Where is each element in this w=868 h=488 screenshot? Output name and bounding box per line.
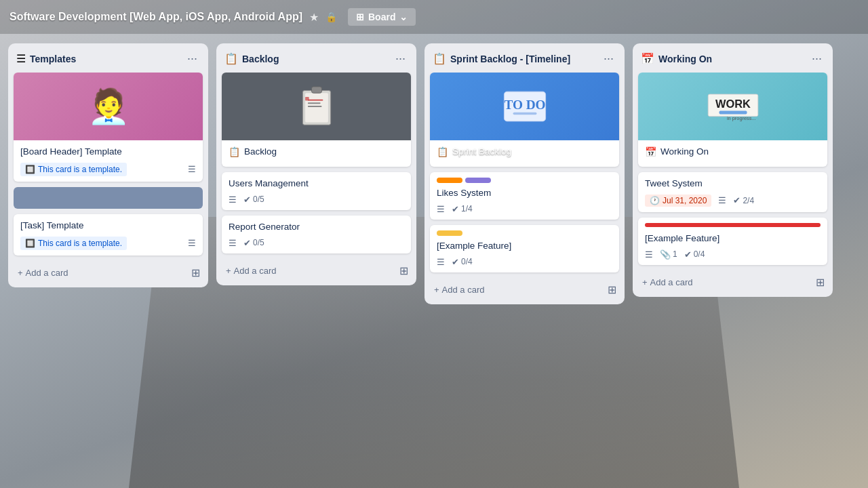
- column-working-menu-button[interactable]: ···: [809, 50, 825, 67]
- card-template-icon-backlog[interactable]: ⊞: [397, 263, 411, 279]
- column-backlog-menu-button[interactable]: ···: [393, 50, 408, 67]
- star-icon[interactable]: ★: [309, 11, 319, 24]
- checklist-count-likes: 1/4: [461, 204, 473, 214]
- todo-illustration: TO DO: [501, 86, 549, 127]
- attachment-icon-example-working: 📎: [660, 249, 671, 260]
- desc-icon-report: ☰: [229, 238, 237, 248]
- column-header-backlog: 📋 Backlog ···: [216, 43, 416, 73]
- column-backlog-body: 📋 Backlog Users Management ☰ ✔ 0/5: [216, 73, 416, 259]
- checklist-meta-likes: ✔ 1/4: [452, 204, 473, 214]
- column-working-footer: + Add a card ⊞: [633, 270, 833, 297]
- card-likes-system[interactable]: Likes System ☰ ✔ 1/4: [430, 172, 619, 220]
- checklist-icon-users: ✔: [243, 195, 251, 205]
- column-sprint-body: TO DO 📋 Sprint Backlog Likes System: [425, 73, 625, 278]
- card-title-example-feature-sprint: [Example Feature]: [437, 240, 612, 253]
- svg-rect-6: [305, 97, 309, 101]
- card-meta-users-management: ☰ ✔ 0/5: [229, 195, 404, 205]
- work-illustration: WORK in progress...: [703, 86, 764, 127]
- svg-rect-12: [719, 111, 747, 115]
- add-card-label-working: Add a card: [650, 277, 693, 287]
- svg-text:TO DO: TO DO: [504, 98, 545, 112]
- card-meta-likes: ☰ ✔ 1/4: [437, 204, 612, 214]
- checklist-count-example-sprint: 0/4: [461, 257, 473, 266]
- board-area: ☰ Templates ··· 🧑‍💼 [Board Header] Templ…: [0, 34, 868, 488]
- column-working-on: 📅 Working On ··· WORK in progress...: [633, 43, 833, 297]
- card-tags-example-sprint: [437, 230, 612, 236]
- tag-orange-likes: [437, 178, 462, 183]
- card-users-management[interactable]: Users Management ☰ ✔ 0/5: [222, 172, 411, 210]
- card-working-header[interactable]: WORK in progress... 📅 Working On: [638, 73, 827, 167]
- desc-meta-example-working: ☰: [645, 249, 653, 260]
- card-cover-working: WORK in progress...: [638, 73, 827, 140]
- card-template-icon-sprint[interactable]: ⊞: [605, 282, 619, 298]
- sprint-header-card-icon: 📋: [437, 146, 448, 157]
- card-cover-backlog: [222, 73, 411, 140]
- attachment-count-example-working: 1: [673, 249, 677, 259]
- checklist-icon-report: ✔: [243, 238, 251, 248]
- card-cover-templates: 🧑‍💼: [14, 73, 203, 140]
- backlog-header-card-icon: 📋: [229, 146, 240, 157]
- svg-rect-2: [311, 87, 321, 93]
- app-header: Software Development [Web App, iOS App, …: [0, 0, 868, 34]
- column-sprint-footer: + Add a card ⊞: [425, 278, 625, 304]
- add-card-button-templates[interactable]: + Add a card: [14, 265, 72, 281]
- clipboard-illustration: [299, 85, 334, 127]
- column-templates-menu-button[interactable]: ···: [184, 50, 200, 67]
- checklist-icon-likes: ✔: [452, 204, 459, 214]
- desc-meta-users: ☰: [229, 195, 237, 205]
- checklist-meta-example-working: ✔ 0/4: [684, 249, 705, 260]
- checklist-icon-example-working: ✔: [684, 249, 692, 260]
- plus-icon-backlog: +: [226, 266, 231, 276]
- desc-icon-likes: ☰: [437, 204, 445, 214]
- card-report-generator[interactable]: Report Generator ☰ ✔ 0/5: [222, 216, 411, 253]
- card-title-report-generator: Report Generator: [229, 221, 404, 234]
- card-title-tweet-system: Tweet System: [645, 178, 821, 190]
- column-sprint-title: Sprint Backlog - [Timeline]: [450, 54, 570, 64]
- column-header-sprint: 📋 Sprint Backlog - [Timeline] ···: [425, 43, 625, 73]
- column-templates: ☰ Templates ··· 🧑‍💼 [Board Header] Templ…: [8, 43, 208, 287]
- board-btn-icon: ⊞: [356, 12, 364, 22]
- svg-text:WORK: WORK: [715, 98, 751, 110]
- tag-purple-likes: [465, 178, 491, 183]
- template-badge-icon-1: 🔲: [25, 239, 35, 248]
- column-backlog-title: Backlog: [242, 54, 279, 64]
- card-title-board-header-template: [Board Header] Template: [20, 146, 196, 159]
- card-example-feature-working[interactable]: [Example Feature] ☰ 📎 1 ✔ 0/4: [638, 218, 827, 265]
- checklist-meta-example-sprint: ✔ 0/4: [452, 257, 473, 267]
- template-badge-text-0: This card is a template.: [38, 165, 122, 174]
- card-template-icon-working[interactable]: ⊞: [813, 274, 827, 290]
- card-title-sprint-header: Sprint Backlog: [452, 146, 511, 159]
- card-meta-tweet: 🕐 Jul 31, 2020 ☰ ✔ 2/4: [645, 195, 821, 207]
- column-backlog: 📋 Backlog ···: [216, 43, 416, 285]
- card-template-icon-templates[interactable]: ⊞: [189, 265, 203, 281]
- desc-icon-users: ☰: [229, 195, 237, 205]
- tag-yellow-example: [437, 230, 462, 236]
- card-title-backlog-header: Backlog: [244, 146, 277, 159]
- add-card-button-sprint[interactable]: + Add a card: [430, 282, 488, 298]
- desc-meta-likes: ☰: [437, 204, 445, 214]
- add-card-label-sprint: Add a card: [442, 285, 485, 295]
- card-board-header-template[interactable]: 🧑‍💼 [Board Header] Template 🔲 This card …: [14, 73, 203, 182]
- desc-icon-1: ☰: [188, 238, 196, 248]
- svg-rect-5: [307, 106, 321, 107]
- template-badge-text-1: This card is a template.: [38, 239, 122, 248]
- date-badge-tweet: 🕐 Jul 31, 2020: [645, 195, 711, 207]
- add-card-button-working[interactable]: + Add a card: [638, 274, 696, 290]
- card-title-task-template: [Task] Template: [20, 220, 196, 232]
- card-cover-sprint: TO DO: [430, 73, 619, 140]
- card-backlog-header[interactable]: 📋 Backlog: [222, 73, 411, 167]
- card-sprint-header[interactable]: TO DO 📋 Sprint Backlog: [430, 73, 619, 167]
- templates-sub-header: [14, 187, 203, 209]
- card-task-template[interactable]: [Task] Template 🔲 This card is a templat…: [14, 214, 203, 256]
- template-badge-0[interactable]: 🔲 This card is a template.: [20, 163, 127, 176]
- card-tweet-system[interactable]: Tweet System 🕐 Jul 31, 2020 ☰ ✔ 2/4: [638, 172, 827, 212]
- card-example-feature-sprint[interactable]: [Example Feature] ☰ ✔ 0/4: [430, 225, 619, 272]
- board-view-button[interactable]: ⊞ Board ⌄: [348, 8, 416, 26]
- column-sprint-menu-button[interactable]: ···: [601, 50, 616, 67]
- column-working-title: Working On: [658, 54, 712, 64]
- template-badge-1[interactable]: 🔲 This card is a template.: [20, 237, 127, 250]
- add-card-button-backlog[interactable]: + Add a card: [222, 263, 280, 279]
- card-meta-example-working: ☰ 📎 1 ✔ 0/4: [645, 249, 821, 260]
- working-header-card-icon: 📅: [645, 146, 656, 157]
- checklist-count-tweet: 2/4: [743, 196, 754, 205]
